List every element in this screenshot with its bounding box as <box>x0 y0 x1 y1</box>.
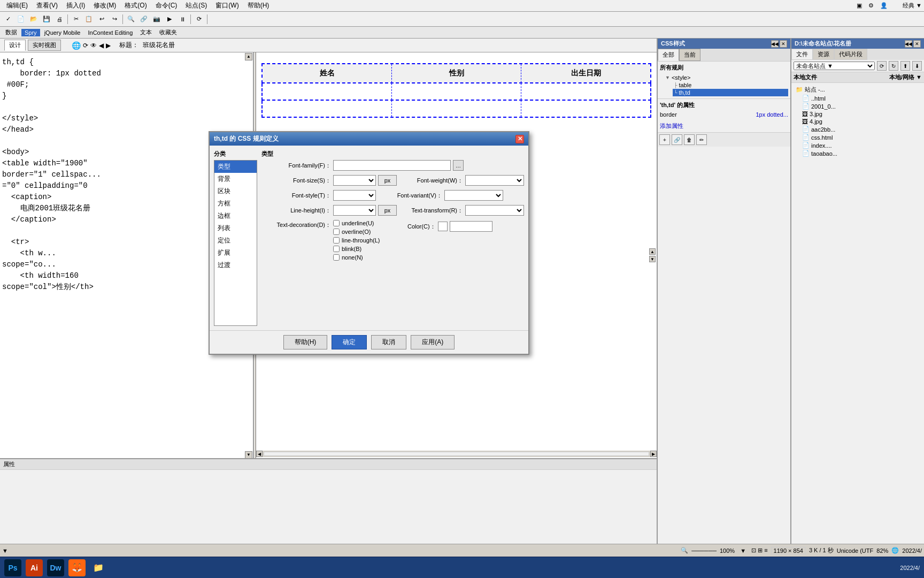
toolbar-btn-12[interactable]: ▶ <box>164 13 175 25</box>
check-none[interactable] <box>333 254 340 261</box>
file-item-4[interactable]: 🖼 4.jpg <box>794 118 922 125</box>
menu-insert[interactable]: 插入(I) <box>62 0 89 11</box>
status-zoom-slider[interactable]: ────── <box>691 547 717 554</box>
menu-command[interactable]: 命令(C) <box>151 0 182 11</box>
icon-panel2[interactable]: ⚙ <box>866 2 876 9</box>
font-weight-select[interactable] <box>465 175 524 186</box>
file-tab-assets[interactable]: 资源 <box>813 49 834 60</box>
insert-data[interactable]: 数据 <box>2 28 20 37</box>
cat-type[interactable]: 类型 <box>214 161 257 173</box>
check-underline-row[interactable]: underline(U) <box>333 220 380 226</box>
file-item-8[interactable]: 📄 taoabao... <box>794 149 922 157</box>
dialog-apply-btn[interactable]: 应用(A) <box>411 335 455 349</box>
insert-fav[interactable]: 收藏夹 <box>156 28 180 37</box>
text-transform-select[interactable] <box>465 205 524 216</box>
font-family-input[interactable] <box>333 160 451 171</box>
insert-text[interactable]: 文本 <box>137 28 155 37</box>
panel-collapse-btn[interactable]: ✕ <box>780 40 787 48</box>
css-tree-thtd[interactable]: └ th,td <box>673 89 788 96</box>
css-tab-current[interactable]: 当前 <box>679 49 700 61</box>
hscroll-left[interactable]: ◀ <box>256 451 263 457</box>
check-linethrough-row[interactable]: line-through(L) <box>333 237 380 244</box>
toolbar-btn-2[interactable]: 📄 <box>15 13 27 25</box>
css-delete-btn[interactable]: 🗑 <box>684 134 695 145</box>
cat-extensions[interactable]: 扩展 <box>214 247 257 259</box>
toolbar-btn-13[interactable]: ⏸ <box>176 13 188 25</box>
insert-spry[interactable]: Spry <box>21 29 40 36</box>
font-variant-select[interactable] <box>444 190 503 201</box>
icon-panel1[interactable]: ▣ <box>854 2 864 9</box>
file-tab-files[interactable]: 文件 <box>791 49 813 60</box>
check-underline[interactable] <box>333 220 340 226</box>
css-tree-style[interactable]: ▼ <style> <box>664 74 788 81</box>
check-none-row[interactable]: none(N) <box>333 254 380 261</box>
taskbar-dw[interactable]: Dw <box>47 559 64 576</box>
icon-panel3[interactable]: 👤 <box>878 2 890 9</box>
cat-transition[interactable]: 过渡 <box>214 259 257 271</box>
site-select[interactable]: 未命名站点 ▼ <box>794 62 875 70</box>
file-item-root[interactable]: 📁 站点 -... <box>794 85 922 94</box>
dialog-ok-btn[interactable]: 确定 <box>332 335 367 349</box>
cat-background[interactable]: 背景 <box>214 173 257 185</box>
menu-view[interactable]: 查看(V) <box>32 0 62 11</box>
toolbar-btn-8[interactable]: ↩ <box>96 13 107 25</box>
css-new-rule-btn[interactable]: + <box>659 134 670 145</box>
nav-back-icon[interactable]: ◀ <box>99 42 104 49</box>
hscroll-right[interactable]: ▶ <box>650 451 657 457</box>
toolbar-btn-11[interactable]: 📷 <box>151 13 163 25</box>
file-item-1[interactable]: 📄 ..html <box>794 94 922 102</box>
toolbar-btn-7[interactable]: 📋 <box>83 13 95 25</box>
check-blink[interactable] <box>333 246 340 252</box>
dialog-close-btn[interactable]: ✕ <box>515 135 524 143</box>
css-edit-btn[interactable]: ✏ <box>696 134 707 145</box>
panel-expand-btn[interactable]: ◀◀ <box>771 40 779 48</box>
font-family-browse-btn[interactable]: … <box>453 160 464 171</box>
classic-label[interactable]: 经典 ▼ <box>903 2 922 10</box>
design-scroll-up[interactable]: ▲ <box>649 248 656 255</box>
design-scroll-down[interactable]: ▼ <box>649 256 656 262</box>
toolbar-btn-6[interactable]: ✂ <box>70 13 82 25</box>
check-overline-row[interactable]: overline(O) <box>333 229 380 235</box>
taskbar-folder[interactable]: 📁 <box>90 559 107 576</box>
toolbar-btn-3[interactable]: 📂 <box>28 13 40 25</box>
taskbar-ps[interactable]: Ps <box>4 559 21 576</box>
cat-box[interactable]: 方框 <box>214 197 257 210</box>
color-swatch[interactable] <box>438 222 448 231</box>
css-tree-table[interactable]: ├ table <box>673 81 788 89</box>
cat-border[interactable]: 边框 <box>214 210 257 222</box>
check-overline[interactable] <box>333 229 340 235</box>
file-item-6[interactable]: 📄 css.html <box>794 133 922 141</box>
status-zoom-select[interactable]: ▼ <box>740 547 746 554</box>
toolbar-search[interactable]: 🔍 <box>125 13 137 25</box>
site-up-btn[interactable]: ⬆ <box>900 61 910 71</box>
toolbar-btn-14[interactable]: ⟳ <box>193 13 205 25</box>
taskbar-firefox[interactable]: 🦊 <box>68 559 86 576</box>
color-input[interactable] <box>450 221 492 232</box>
toolbar-btn-1[interactable]: ✓ <box>2 13 14 25</box>
file-item-2[interactable]: 📄 2001_0... <box>794 102 922 110</box>
file-item-5[interactable]: 📄 aac2bb... <box>794 125 922 133</box>
insert-incontext[interactable]: InContext Editing <box>84 29 136 36</box>
line-height-select[interactable] <box>333 205 376 216</box>
site-connect-btn[interactable]: ⟳ <box>877 61 887 71</box>
taskbar-app2[interactable]: Ai <box>26 559 43 576</box>
menu-help[interactable]: 帮助(H) <box>243 0 274 11</box>
code-scroll-up[interactable]: ▲ <box>245 53 252 60</box>
cat-list[interactable]: 列表 <box>214 222 257 234</box>
menu-site[interactable]: 站点(S) <box>181 0 211 11</box>
realtime-view-btn[interactable]: 实时视图 <box>28 40 61 51</box>
cat-block[interactable]: 区块 <box>214 185 257 197</box>
insert-jquery[interactable]: jQuery Mobile <box>41 29 84 36</box>
dialog-help-btn[interactable]: 帮助(H) <box>283 335 328 349</box>
menu-modify[interactable]: 修改(M) <box>89 0 120 11</box>
menu-format[interactable]: 格式(O) <box>120 0 151 11</box>
nav-fwd-icon[interactable]: ▶ <box>106 42 111 49</box>
check-blink-row[interactable]: blink(B) <box>333 246 380 252</box>
file-panel-expand[interactable]: ◀◀ <box>905 40 912 48</box>
toolbar-btn-10[interactable]: 🔗 <box>138 13 150 25</box>
site-down-btn[interactable]: ⬇ <box>912 61 922 71</box>
design-view-btn[interactable]: 设计 <box>4 40 26 51</box>
font-size-select[interactable] <box>333 175 376 186</box>
menu-window[interactable]: 窗口(W) <box>211 0 243 11</box>
toolbar-btn-9[interactable]: ↪ <box>109 13 120 25</box>
